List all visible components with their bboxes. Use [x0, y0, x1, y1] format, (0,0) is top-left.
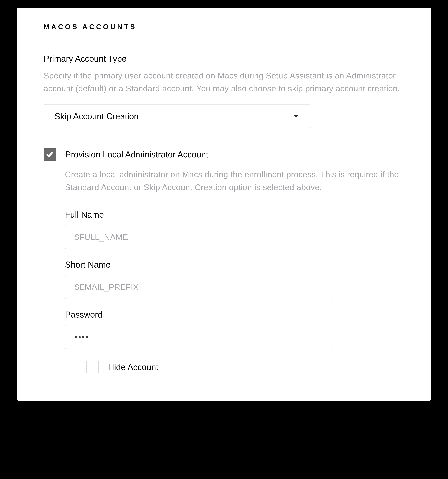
- password-label: Password: [65, 310, 404, 319]
- primary-account-type-select[interactable]: Skip Account Creation: [44, 104, 311, 128]
- provision-admin-block: Create a local administrator on Macs dur…: [65, 168, 404, 373]
- provision-admin-checkbox[interactable]: [44, 148, 56, 161]
- macos-accounts-panel: MACOS ACCOUNTS Primary Account Type Spec…: [17, 8, 431, 401]
- select-value: Skip Account Creation: [54, 111, 139, 121]
- short-name-input[interactable]: $EMAIL_PREFIX: [65, 275, 332, 299]
- short-name-label: Short Name: [65, 260, 404, 270]
- provision-admin-row: Provision Local Administrator Account: [44, 148, 404, 161]
- primary-account-section: Primary Account Type Specify if the prim…: [44, 54, 404, 128]
- checkmark-icon: [46, 151, 53, 158]
- hide-account-label: Hide Account: [108, 361, 158, 373]
- full-name-label: Full Name: [65, 210, 404, 220]
- section-header: MACOS ACCOUNTS: [44, 23, 404, 39]
- password-input[interactable]: ••••: [65, 325, 332, 349]
- provision-admin-desc: Create a local administrator on Macs dur…: [65, 168, 404, 194]
- provision-admin-label: Provision Local Administrator Account: [65, 148, 208, 161]
- full-name-input[interactable]: $FULL_NAME: [65, 225, 332, 249]
- chevron-down-icon: [294, 115, 299, 118]
- primary-account-desc: Specify if the primary user account crea…: [44, 69, 404, 95]
- hide-account-row: Hide Account: [86, 361, 404, 373]
- primary-account-title: Primary Account Type: [44, 54, 404, 64]
- hide-account-checkbox[interactable]: [86, 361, 99, 373]
